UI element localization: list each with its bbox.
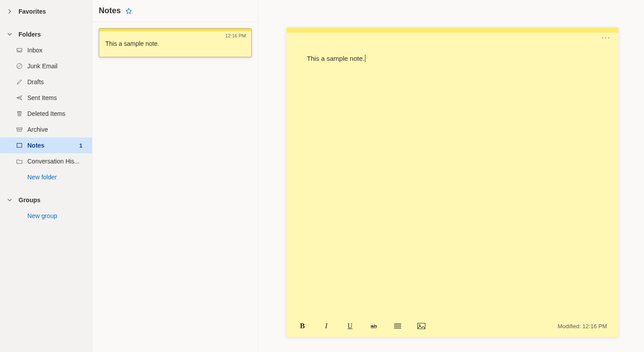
underline-button[interactable]: U xyxy=(346,322,354,330)
folder-item-notes[interactable]: Notes 1 xyxy=(0,137,92,153)
sticky-note-header xyxy=(287,27,618,48)
folders-section-header[interactable]: Folders xyxy=(0,26,92,42)
folder-item-label: Conversation His... xyxy=(27,158,86,165)
svg-line-1 xyxy=(18,64,21,68)
inbox-icon xyxy=(16,47,23,54)
groups-label: Groups xyxy=(19,196,41,204)
groups-section-header[interactable]: Groups xyxy=(0,192,92,208)
folder-item-label: Archive xyxy=(27,126,86,133)
new-group-link[interactable]: New group xyxy=(0,208,92,224)
sticky-note: This a sample note. B I U ab Modified: 1… xyxy=(287,27,618,337)
note-list-item[interactable]: 12:16 PM This a sample note. xyxy=(99,28,252,57)
note-body-text: This a sample note. xyxy=(307,55,365,62)
svg-point-5 xyxy=(605,37,606,38)
chevron-down-icon xyxy=(6,31,13,38)
send-icon xyxy=(16,94,23,101)
folder-icon xyxy=(16,158,23,165)
folder-item-label: Drafts xyxy=(27,78,86,85)
folder-item-archive[interactable]: Archive xyxy=(0,122,92,137)
folder-item-label: Notes xyxy=(27,142,79,149)
favorites-section-header[interactable]: Favorites xyxy=(0,4,92,19)
folder-pane: Favorites Folders Inbox Junk Email Draft… xyxy=(0,0,93,352)
svg-point-6 xyxy=(608,37,609,38)
note-preview: This a sample note. xyxy=(105,40,245,47)
page-title: Notes xyxy=(99,6,121,15)
svg-point-4 xyxy=(602,37,603,38)
folder-item-sent[interactable]: Sent Items xyxy=(0,90,92,106)
folder-count: 1 xyxy=(79,142,82,149)
svg-rect-11 xyxy=(418,323,425,329)
svg-point-12 xyxy=(419,325,421,326)
new-folder-link[interactable]: New folder xyxy=(0,169,92,185)
note-body[interactable]: This a sample note. xyxy=(287,48,618,315)
svg-rect-3 xyxy=(17,144,22,148)
folder-item-inbox[interactable]: Inbox xyxy=(0,42,92,58)
note-icon xyxy=(16,142,23,149)
image-button[interactable] xyxy=(417,322,426,330)
italic-button[interactable]: I xyxy=(322,322,331,330)
pencil-icon xyxy=(16,78,23,85)
folder-item-label: Deleted Items xyxy=(27,110,86,117)
svg-rect-2 xyxy=(17,128,22,129)
folder-item-deleted[interactable]: Deleted Items xyxy=(0,106,92,122)
star-icon[interactable] xyxy=(125,7,132,15)
more-icon[interactable] xyxy=(599,34,612,41)
note-time: 12:16 PM xyxy=(225,33,246,38)
bold-button[interactable]: B xyxy=(298,322,307,330)
folder-item-label: Junk Email xyxy=(27,63,86,70)
chevron-right-icon xyxy=(6,8,13,15)
folder-item-junk[interactable]: Junk Email xyxy=(0,58,92,74)
chevron-down-icon xyxy=(6,196,13,204)
bullet-list-button[interactable] xyxy=(393,322,402,330)
strikethrough-button[interactable]: ab xyxy=(369,322,378,330)
favorites-label: Favorites xyxy=(19,8,46,15)
folder-item-label: Inbox xyxy=(27,47,86,54)
trash-icon xyxy=(16,110,23,117)
block-icon xyxy=(16,63,23,70)
notes-list-header: Notes xyxy=(93,0,258,22)
folder-item-label: Sent Items xyxy=(27,94,86,101)
modified-label: Modified: 12:16 PM xyxy=(558,323,607,330)
folder-item-drafts[interactable]: Drafts xyxy=(0,74,92,90)
note-editor-pane: This a sample note. B I U ab Modified: 1… xyxy=(258,0,644,352)
sticky-note-toolbar: B I U ab Modified: 12:16 PM xyxy=(287,315,618,337)
folders-label: Folders xyxy=(19,31,41,38)
folder-item-conversation-history[interactable]: Conversation His... xyxy=(0,153,92,169)
notes-list-pane: Notes 12:16 PM This a sample note. xyxy=(93,0,258,352)
archive-icon xyxy=(16,126,23,133)
